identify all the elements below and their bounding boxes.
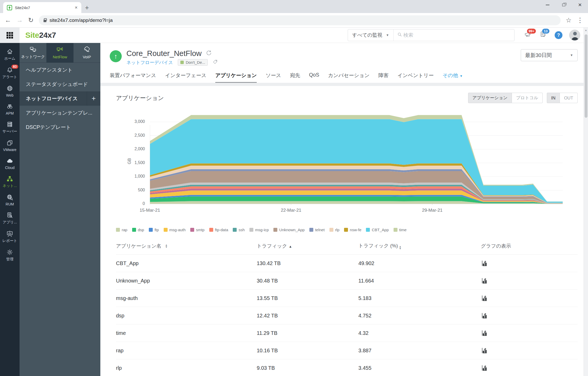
tag-color-swatch — [180, 61, 184, 64]
sidebar-item-rum[interactable]: RUM — [0, 191, 20, 209]
tasks-button[interactable]: 13 — [539, 31, 548, 40]
sidebar-item-globe[interactable]: Web — [0, 82, 20, 100]
legend-item-CBT_App[interactable]: CBT_App — [366, 228, 389, 232]
chevron-down-icon: ▼ — [386, 33, 389, 37]
site24x7-logo[interactable]: Site24x7 — [25, 31, 56, 40]
secondary-tab-voip[interactable]: VoIP — [74, 43, 100, 62]
scrollbar-thumb[interactable] — [585, 34, 587, 118]
show-graph-button[interactable] — [481, 330, 488, 336]
secondary-nav-tabs: ネットワークNetFlowVoIP — [20, 43, 100, 63]
sidebar-menu-item[interactable]: ステータスダッシュボード — [20, 77, 100, 91]
legend-item-nsw-fe[interactable]: nsw-fe — [344, 228, 361, 232]
application-table: アプリケーション名▲▼トラフィック▲トラフィック (%)▲▼グラフの表示 CBT… — [116, 239, 578, 376]
secondary-tab-net2[interactable]: ネットワーク — [20, 43, 46, 62]
bar-chart-icon — [481, 365, 488, 371]
tab-QoS[interactable]: QoS — [309, 72, 319, 83]
sidebar-item-bell[interactable]: 83アラート — [0, 64, 20, 82]
legend-item-rap[interactable]: rap — [116, 228, 127, 232]
sort-icon[interactable]: ▲▼ — [165, 244, 168, 248]
stacked-area-plot[interactable] — [150, 108, 563, 205]
sidebar-menu-item[interactable]: DSCPテンプレート — [20, 120, 100, 134]
app-switcher-button[interactable] — [0, 28, 20, 43]
help-button[interactable]: ? — [555, 31, 562, 39]
legend-item-time[interactable]: time — [394, 228, 407, 232]
sidebar-item-apm[interactable]: APM — [0, 100, 20, 118]
tag-chip[interactable]: Don't_De... — [178, 59, 208, 66]
sidebar-item-home[interactable]: ホーム — [0, 45, 20, 64]
toggle-OUT[interactable]: OUT — [560, 93, 578, 103]
monitor-scope-dropdown[interactable]: すべての監視 ▼ — [348, 29, 394, 41]
breadcrumb-link[interactable]: ネットフローデバイス — [126, 59, 173, 66]
sidebar-menu-item[interactable]: アプリケーションテンプレ... — [20, 106, 100, 120]
sort-icon[interactable]: ▲▼ — [399, 246, 402, 250]
tab-装置パフォーマンス[interactable]: 装置パフォーマンス — [110, 72, 156, 83]
user-avatar[interactable] — [569, 30, 580, 41]
tab-その他[interactable]: その他▼ — [443, 72, 463, 83]
column-header-1[interactable]: アプリケーション名▲▼ — [116, 243, 257, 249]
address-bar[interactable]: site24x7.com/app/demo?l=ja — [39, 15, 561, 25]
table-row: msg-auth13.55 TB5.183 — [116, 290, 578, 307]
sort-asc-icon[interactable]: ▲ — [289, 245, 292, 248]
toggle-プロトコル[interactable]: プロトコル — [512, 93, 542, 103]
column-header-3[interactable]: トラフィック (%)▲▼ — [358, 242, 481, 250]
search-input[interactable] — [402, 32, 514, 38]
tab-宛先[interactable]: 宛先 — [290, 72, 300, 83]
window-minimize-button[interactable] — [540, 0, 556, 10]
show-graph-button[interactable] — [481, 277, 488, 284]
add-device-button[interactable]: + — [87, 91, 100, 106]
sidebar-item-network[interactable]: ネット... — [0, 172, 20, 191]
show-graph-button[interactable] — [481, 295, 488, 302]
tab-インターフェース[interactable]: インターフェース — [165, 72, 206, 83]
show-graph-button[interactable] — [481, 365, 488, 371]
forward-icon[interactable]: → — [16, 17, 23, 23]
window-close-button[interactable]: ✕ — [572, 0, 588, 10]
sidebar-item-vmware[interactable]: VMware — [0, 136, 20, 154]
back-icon[interactable]: ← — [5, 17, 11, 23]
legend-item-ftp[interactable]: ftp — [149, 228, 159, 232]
legend-item-msg-auth[interactable]: msg-auth — [164, 228, 186, 232]
page-scrollbar[interactable]: ▲ — [584, 28, 588, 376]
tab-アプリケーション[interactable]: アプリケーション — [215, 72, 257, 83]
tab-インベントリー[interactable]: インベントリー — [397, 72, 434, 83]
browser-tab[interactable]: Site24x7 ✕ — [3, 2, 81, 13]
sidebar-menu-item[interactable]: ヘルプアシスタント — [20, 63, 100, 77]
sidebar-item-cloud[interactable]: Cloud — [0, 154, 20, 172]
reload-icon[interactable]: ↻ — [28, 17, 34, 23]
legend-item-ssh[interactable]: ssh — [233, 228, 244, 232]
legend-item-msg-icp[interactable]: msg-icp — [249, 228, 269, 232]
secondary-tab-netflow[interactable]: NetFlow — [46, 43, 73, 62]
announcements-button[interactable]: 99+ — [523, 31, 532, 40]
tab-ソース[interactable]: ソース — [266, 72, 281, 83]
show-graph-button[interactable] — [481, 312, 488, 319]
sidebar-item-applogs[interactable]: アプリ... — [0, 209, 20, 227]
legend-item-rlp[interactable]: rlp — [329, 228, 340, 232]
column-header-2[interactable]: トラフィック▲ — [257, 243, 358, 249]
show-graph-button[interactable] — [481, 347, 488, 354]
window-restore-button[interactable] — [556, 0, 572, 10]
announcement-count-badge: 99+ — [527, 29, 536, 34]
tab-close-icon[interactable]: ✕ — [75, 5, 78, 10]
legend-item-dsp[interactable]: dsp — [132, 228, 144, 232]
bookmark-star-icon[interactable]: ☆ — [566, 17, 572, 23]
new-tab-button[interactable]: + — [85, 4, 89, 11]
legend-item-ftp-data[interactable]: ftp-data — [209, 228, 228, 232]
tab-障害[interactable]: 障害 — [378, 72, 389, 83]
sidebar-item-report[interactable]: レポート — [0, 227, 20, 246]
sidebar-menu-item[interactable]: ネットフローデバイス+ — [20, 91, 100, 106]
toggle-アプリケーション[interactable]: アプリケーション — [468, 93, 512, 103]
legend-item-telnet[interactable]: telnet — [309, 228, 325, 232]
toggle-IN[interactable]: IN — [547, 93, 560, 103]
cell-traffic-pct: 4.752 — [358, 313, 481, 319]
time-range-select[interactable]: 最新30日間 ▼ — [521, 49, 578, 61]
network-icon — [6, 175, 13, 182]
sidebar-item-gear[interactable]: 管理 — [0, 246, 20, 264]
show-graph-button[interactable] — [481, 260, 488, 267]
legend-item-Unknown_App[interactable]: Unknown_App — [273, 228, 305, 232]
scroll-up-icon[interactable]: ▲ — [584, 28, 588, 32]
legend-item-smtp[interactable]: smtp — [190, 228, 205, 232]
kebab-menu-icon[interactable]: ⋮ — [577, 17, 583, 23]
section-title: アプリケーション — [116, 94, 164, 102]
sidebar-item-server[interactable]: サーバー — [0, 118, 20, 136]
tab-カンバセーション[interactable]: カンバセーション — [328, 72, 370, 83]
table-row: Unknown_App30.48 TB11.664 — [116, 272, 578, 290]
